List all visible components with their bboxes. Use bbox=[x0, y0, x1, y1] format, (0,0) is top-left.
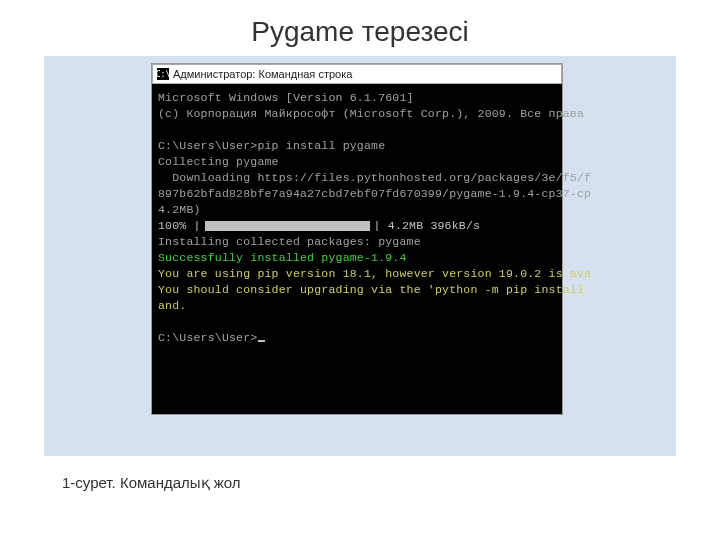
progress-percent: 100% | bbox=[158, 218, 201, 234]
console-line: 897b62bfad828bfe7a94a27cbd7ebf07fd670399… bbox=[158, 186, 556, 202]
screenshot-area: C:\ Администратор: Командная строка Micr… bbox=[44, 56, 676, 456]
cursor-icon bbox=[258, 340, 265, 342]
console-blank bbox=[158, 314, 556, 330]
console-warning-line: You are using pip version 18.1, however … bbox=[158, 266, 556, 282]
console-output[interactable]: Microsoft Windows [Version 6.1.7601] (c)… bbox=[152, 84, 562, 414]
console-prompt: C:\Users\User> bbox=[158, 330, 556, 346]
window-titlebar[interactable]: C:\ Администратор: Командная строка bbox=[152, 64, 562, 84]
console-blank bbox=[158, 122, 556, 138]
console-line: Collecting pygame bbox=[158, 154, 556, 170]
command-prompt-window: C:\ Администратор: Командная строка Micr… bbox=[152, 64, 562, 414]
figure-caption: 1-сурет. Командалық жол bbox=[0, 456, 720, 492]
progress-line: 100% | | 4.2MB 396kB/s bbox=[158, 218, 556, 234]
progress-bar bbox=[205, 221, 370, 231]
cmd-icon: C:\ bbox=[157, 68, 169, 80]
slide-title: Pygame терезесі bbox=[0, 0, 720, 56]
window-title: Администратор: Командная строка bbox=[173, 68, 352, 80]
console-line: Microsoft Windows [Version 6.1.7601] bbox=[158, 90, 556, 106]
console-warning-line: and. bbox=[158, 298, 556, 314]
console-warning-line: You should consider upgrading via the 'p… bbox=[158, 282, 556, 298]
console-success-line: Successfully installed pygame-1.9.4 bbox=[158, 250, 556, 266]
progress-speed: | 4.2MB 396kB/s bbox=[374, 218, 481, 234]
console-line: (c) Корпорация Майкрософт (Microsoft Cor… bbox=[158, 106, 556, 122]
console-line: C:\Users\User>pip install pygame bbox=[158, 138, 556, 154]
console-line: Downloading https://files.pythonhosted.o… bbox=[158, 170, 556, 186]
console-line: Installing collected packages: pygame bbox=[158, 234, 556, 250]
console-line: 4.2MB) bbox=[158, 202, 556, 218]
